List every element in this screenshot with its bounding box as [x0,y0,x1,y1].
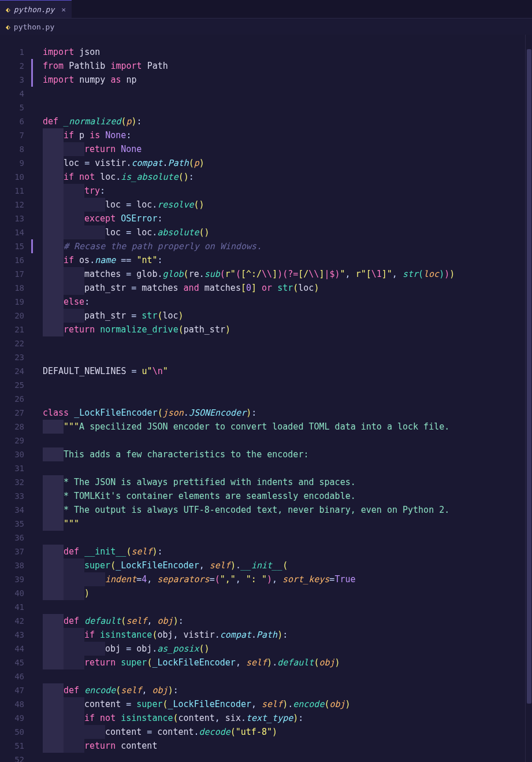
code-line[interactable]: def _normalized(p): [32,114,532,128]
line-number: 24 [0,364,32,378]
ruler-chunk[interactable] [527,49,531,704]
code-line[interactable]: if os.name == "nt": [32,253,532,267]
code-line[interactable]: return content [32,739,532,753]
python-file-icon: ⬖ [6,23,10,31]
close-icon[interactable]: × [61,5,66,14]
line-number: 31 [0,461,32,475]
code-line[interactable]: content = super(_LockFileEncoder, self).… [32,697,532,711]
line-number: 34 [0,503,32,517]
line-number: 11 [0,184,32,198]
line-number: 20 [0,309,32,323]
code-line[interactable]: matches = glob.glob(re.sub(r"([^:/\\])(?… [32,267,532,281]
overview-ruler[interactable] [525,35,532,762]
code-line[interactable] [32,101,532,114]
code-line[interactable]: path_str = str(loc) [32,309,532,323]
line-number: 37 [0,545,32,558]
code-line[interactable] [32,600,532,614]
code-line[interactable]: from Pathlib import Path [32,59,532,73]
line-number: 40 [0,586,32,600]
line-number: 41 [0,600,32,614]
code-line[interactable] [32,392,532,406]
code-line[interactable]: if not isinstance(content, six.text_type… [32,711,532,725]
tab-bar: ⬖ python.py × [0,0,532,19]
code-line[interactable]: super(_LockFileEncoder, self).__init__( [32,558,532,572]
code-line[interactable]: path_str = matches and matches[0] or str… [32,281,532,295]
line-number: 46 [0,669,32,683]
tab-python-py[interactable]: ⬖ python.py × [0,0,72,18]
code-line[interactable]: loc = loc.resolve() [32,198,532,212]
code-line[interactable]: # Recase the path properly on Windows. [32,239,532,253]
code-line[interactable]: except OSError: [32,212,532,225]
line-number: 6 [0,114,32,128]
line-number: 3 [0,73,32,87]
code-line[interactable]: loc = vistir.compat.Path(p) [32,156,532,170]
line-number: 7 [0,128,32,142]
code-line[interactable] [32,434,532,447]
code-line[interactable]: * The output is always UTF-8-encoded tex… [32,503,532,517]
line-number: 43 [0,628,32,642]
line-number: 30 [0,447,32,461]
line-number-gutter: 1234567891011121314151617181920212223242… [0,35,32,762]
code-line[interactable]: ) [32,586,532,600]
code-line[interactable]: def encode(self, obj): [32,683,532,697]
code-line[interactable] [32,531,532,545]
code-line[interactable]: return normalize_drive(path_str) [32,323,532,336]
code-line[interactable]: def __init__(self): [32,545,532,558]
code-line[interactable]: if p is None: [32,128,532,142]
line-number: 44 [0,642,32,656]
code-line[interactable]: else: [32,295,532,309]
code-line[interactable] [32,378,532,392]
code-line[interactable] [32,669,532,683]
code-line[interactable]: obj = obj.as_posix() [32,642,532,656]
code-line[interactable]: def default(self, obj): [32,614,532,628]
code-line[interactable]: * TOMLKit's container elements are seaml… [32,489,532,503]
code-line[interactable]: """ [32,517,532,531]
code-line[interactable]: This adds a few characteristics to the e… [32,447,532,461]
code-line[interactable]: class _LockFileEncoder(json.JSONEncoder)… [32,406,532,420]
line-number: 45 [0,656,32,669]
code-area[interactable]: import jsonfrom Pathlib import Pathimpor… [32,35,532,762]
line-number: 18 [0,281,32,295]
code-line[interactable]: return super(_LockFileEncoder, self).def… [32,656,532,669]
python-file-icon: ⬖ [6,5,10,14]
line-number: 32 [0,475,32,489]
line-number: 8 [0,142,32,156]
modified-line-marker [31,239,33,253]
editor[interactable]: 1234567891011121314151617181920212223242… [0,35,532,762]
code-line[interactable]: if isinstance(obj, vistir.compat.Path): [32,628,532,642]
code-line[interactable]: return None [32,142,532,156]
line-number: 22 [0,336,32,350]
breadcrumb[interactable]: ⬖ python.py [0,19,532,35]
line-number: 9 [0,156,32,170]
code-line[interactable]: indent=4, separators=(",", ": "), sort_k… [32,572,532,586]
line-number: 38 [0,558,32,572]
code-line[interactable] [32,336,532,350]
code-line[interactable]: import json [32,45,532,59]
modified-line-marker [31,59,33,73]
code-line[interactable] [32,87,532,101]
code-line[interactable]: """A specilized JSON encoder to convert … [32,420,532,434]
line-number: 17 [0,267,32,281]
line-number: 10 [0,170,32,184]
code-line[interactable] [32,461,532,475]
line-number: 19 [0,295,32,309]
line-number: 16 [0,253,32,267]
line-number: 48 [0,697,32,711]
line-number: 49 [0,711,32,725]
line-number: 5 [0,101,32,114]
code-line[interactable]: * The JSON is always prettified with ind… [32,475,532,489]
code-line[interactable]: if not loc.is_absolute(): [32,170,532,184]
line-number: 14 [0,225,32,239]
code-line[interactable]: DEFAULT_NEWLINES = u"\n" [32,364,532,378]
code-line[interactable]: content = content.decode("utf-8") [32,725,532,739]
breadcrumb-filename: python.py [14,23,54,31]
line-number: 42 [0,614,32,628]
line-number: 12 [0,198,32,212]
code-line[interactable] [32,350,532,364]
line-number: 39 [0,572,32,586]
code-line[interactable]: import numpy as np [32,73,532,87]
code-line[interactable]: loc = loc.absolute() [32,225,532,239]
modified-line-marker [31,73,33,87]
code-line[interactable] [32,753,532,762]
code-line[interactable]: try: [32,184,532,198]
